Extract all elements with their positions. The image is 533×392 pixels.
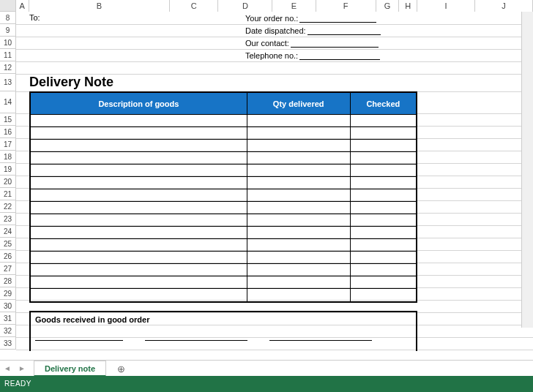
meta-row: Date dispatched: xyxy=(245,24,381,37)
row-header-26[interactable]: 26 xyxy=(0,250,16,263)
row-header-17[interactable]: 17 xyxy=(0,138,16,151)
row-header-29[interactable]: 29 xyxy=(0,287,16,300)
vertical-scrollbar[interactable] xyxy=(521,12,533,328)
col-header-D[interactable]: D xyxy=(218,0,272,12)
signature-lines xyxy=(35,340,411,341)
row-header-10[interactable]: 10 xyxy=(0,37,16,49)
row-header-31[interactable]: 31 xyxy=(0,312,16,325)
meta-blank-line xyxy=(299,14,376,23)
col-header-B[interactable]: B xyxy=(29,0,171,12)
meta-row: Your order no.: xyxy=(245,12,381,24)
select-all-corner[interactable] xyxy=(0,0,16,12)
col-header-H[interactable]: H xyxy=(399,0,417,12)
col-header-A[interactable]: A xyxy=(16,0,29,12)
table-row[interactable] xyxy=(31,189,416,202)
col-checked: Checked xyxy=(351,93,416,114)
table-row[interactable] xyxy=(31,227,416,239)
row-header-15[interactable]: 15 xyxy=(0,113,16,126)
col-header-G[interactable]: G xyxy=(376,0,400,12)
goods-received-box: Goods received in good order xyxy=(29,311,417,351)
table-row[interactable] xyxy=(31,140,416,152)
row-header-25[interactable]: 25 xyxy=(0,238,16,250)
status-bar: READY xyxy=(0,376,533,392)
meta-label: Your order no.: xyxy=(245,14,298,23)
footer-label: Goods received in good order xyxy=(35,315,411,324)
col-header-I[interactable]: I xyxy=(417,0,475,12)
table-row[interactable] xyxy=(31,127,416,140)
meta-label: Our contact: xyxy=(245,39,289,48)
col-header-J[interactable]: J xyxy=(475,0,533,12)
row-header-23[interactable]: 23 xyxy=(0,213,16,225)
to-label: To: xyxy=(29,13,40,22)
row-header-28[interactable]: 28 xyxy=(0,275,16,287)
status-text: READY xyxy=(4,380,31,388)
row-header-18[interactable]: 18 xyxy=(0,151,16,163)
row-header-12[interactable]: 12 xyxy=(0,61,16,74)
meta-row: Telephone no.: xyxy=(245,49,381,61)
row-header-19[interactable]: 19 xyxy=(0,163,16,176)
table-row[interactable] xyxy=(31,214,416,227)
column-headers: ABCDEFGHIJ xyxy=(0,0,533,12)
table-header-row: Description of goods Qty delivered Check… xyxy=(31,93,416,115)
signature-line xyxy=(35,340,123,341)
spreadsheet-grid: ABCDEFGHIJ 89101112131415161718192021222… xyxy=(0,0,533,360)
row-header-22[interactable]: 22 xyxy=(0,200,16,213)
new-sheet-button[interactable]: ⊕ xyxy=(112,361,130,377)
table-row[interactable] xyxy=(31,165,416,177)
table-row[interactable] xyxy=(31,115,416,127)
row-header-24[interactable]: 24 xyxy=(0,225,16,238)
col-header-F[interactable]: F xyxy=(316,0,376,12)
table-row[interactable] xyxy=(31,276,416,289)
meta-label: Telephone no.: xyxy=(245,51,298,60)
row-header-21[interactable]: 21 xyxy=(0,188,16,200)
sheet-tab-bar: ◄ ► Delivery note ⊕ xyxy=(0,360,533,376)
row-header-27[interactable]: 27 xyxy=(0,263,16,275)
table-row[interactable] xyxy=(31,252,416,264)
sheet-tab-active[interactable]: Delivery note xyxy=(34,361,106,377)
meta-fields: Your order no.:Date dispatched:Our conta… xyxy=(245,12,381,61)
row-headers: 8910111213141516171819202122232425262728… xyxy=(0,12,16,350)
meta-blank-line xyxy=(291,39,379,48)
row-header-8[interactable]: 8 xyxy=(0,12,16,24)
table-row[interactable] xyxy=(31,239,416,252)
col-description: Description of goods xyxy=(31,93,247,114)
tab-nav-prev[interactable]: ◄ xyxy=(0,361,15,376)
signature-line xyxy=(269,340,372,341)
row-header-30[interactable]: 30 xyxy=(0,300,16,312)
meta-row: Our contact: xyxy=(245,37,381,49)
table-row[interactable] xyxy=(31,264,416,276)
document-title: Delivery Note xyxy=(29,75,113,90)
row-header-20[interactable]: 20 xyxy=(0,176,16,188)
meta-blank-line xyxy=(299,51,380,60)
col-qty: Qty delivered xyxy=(247,93,351,114)
table-row[interactable] xyxy=(31,289,416,301)
tab-nav-next[interactable]: ► xyxy=(15,361,29,376)
row-header-11[interactable]: 11 xyxy=(0,49,16,61)
row-header-9[interactable]: 9 xyxy=(0,24,16,37)
row-header-16[interactable]: 16 xyxy=(0,126,16,138)
meta-blank-line xyxy=(308,26,381,35)
col-header-E[interactable]: E xyxy=(272,0,316,12)
table-row[interactable] xyxy=(31,177,416,189)
row-header-32[interactable]: 32 xyxy=(0,325,16,337)
goods-table: Description of goods Qty delivered Check… xyxy=(29,91,417,303)
meta-label: Date dispatched: xyxy=(245,26,306,35)
signature-line xyxy=(145,340,247,341)
col-header-C[interactable]: C xyxy=(170,0,218,12)
row-header-13[interactable]: 13 xyxy=(0,74,16,91)
table-row[interactable] xyxy=(31,202,416,214)
row-header-33[interactable]: 33 xyxy=(0,337,16,350)
row-header-14[interactable]: 14 xyxy=(0,91,16,113)
table-row[interactable] xyxy=(31,152,416,165)
